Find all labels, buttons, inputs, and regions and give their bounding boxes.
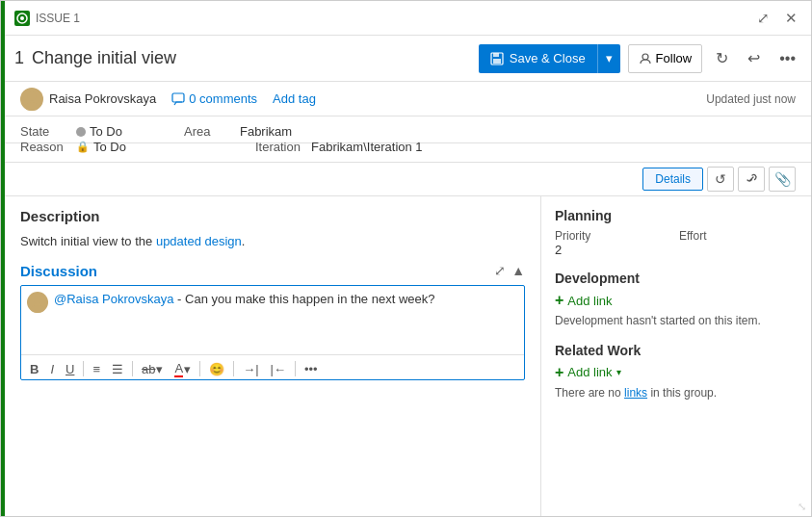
related-add-link-button[interactable]: + Add link ▾ (555, 364, 621, 381)
discussion-header: Discussion ⤢ ▲ (20, 263, 525, 279)
description-text: Switch initial view to the updated desig… (20, 232, 525, 251)
expand-button[interactable]: ⤢ (753, 8, 773, 29)
area-value[interactable]: Fabrikam (240, 124, 292, 139)
align-button[interactable]: ≡ (88, 360, 105, 378)
tab-links[interactable] (738, 167, 765, 192)
comment-area: @Raisa Pokrovskaya - Can you make this h… (20, 285, 525, 380)
save-close-button[interactable]: Save & Close ▾ (479, 44, 620, 73)
description-link[interactable]: updated design (156, 234, 242, 248)
description-section: Description Switch initial view to the u… (20, 208, 525, 251)
right-panel: Planning Priority 2 Effort (541, 196, 811, 516)
state-label: State (20, 124, 68, 139)
discussion-expand-btn[interactable]: ⤢ (494, 263, 506, 278)
comment-text[interactable]: @Raisa Pokrovskaya - Can you make this h… (54, 292, 518, 345)
close-button[interactable]: ✕ (781, 8, 801, 29)
reason-label: Reason (20, 140, 68, 154)
planning-section: Planning Priority 2 Effort (555, 208, 798, 257)
header-actions: Save & Close ▾ Follow ↻ ↩ ••• (479, 44, 801, 73)
discussion-section: Discussion ⤢ ▲ (20, 263, 525, 380)
state-value[interactable]: To Do (76, 124, 122, 139)
related-work-title: Related Work (555, 343, 798, 358)
related-work-link[interactable]: links (624, 386, 647, 400)
iteration-value[interactable]: Fabrikam\Iteration 1 (311, 140, 423, 154)
follow-icon (639, 52, 652, 65)
more-toolbar-button[interactable]: ••• (300, 360, 323, 378)
reason-value[interactable]: 🔒 To Do (76, 140, 126, 154)
related-add-link-label: Add link (567, 365, 612, 379)
related-work-note-text-1: There are no (555, 386, 624, 400)
outdent-button[interactable]: |← (266, 360, 291, 378)
toolbar-divider-4 (233, 361, 234, 376)
discussion-icons: ⤢ ▲ (494, 263, 525, 278)
save-close-main: Save & Close (479, 44, 598, 73)
dev-add-link-button[interactable]: + Add link (555, 292, 613, 309)
title-bar: ISSUE 1 ⤢ ✕ (5, 1, 811, 36)
list-button[interactable]: ☰ (107, 360, 128, 378)
strikethrough-button[interactable]: ab▾ (137, 360, 168, 378)
rich-toolbar: B I U ≡ ☰ ab▾ A▾ (21, 354, 524, 379)
add-tag-button[interactable]: Add tag (273, 91, 316, 106)
meta-bar-left: Raisa Pokrovskaya 0 comments Add tag (20, 88, 316, 111)
underline-button[interactable]: U (61, 360, 79, 378)
updated-text: Updated just now (706, 92, 796, 106)
left-panel: Description Switch initial view to the u… (5, 196, 541, 516)
reason-group: Reason 🔒 To Do (20, 140, 194, 154)
follow-button[interactable]: Follow (628, 44, 703, 73)
svg-point-6 (27, 91, 37, 101)
svg-point-1 (20, 16, 24, 20)
state-circle (76, 127, 86, 137)
comment-icon (171, 92, 185, 106)
iteration-group: Iteration Fabrikam\Iteration 1 (255, 140, 423, 154)
issue-label: ISSUE 1 (36, 12, 80, 25)
svg-point-7 (24, 102, 39, 111)
save-icon (490, 52, 504, 65)
tab-details[interactable]: Details (642, 168, 703, 191)
discussion-collapse-btn[interactable]: ▲ (511, 263, 525, 278)
priority-value[interactable]: 2 (555, 243, 673, 257)
undo-button[interactable]: ↩ (742, 44, 766, 73)
discussion-title: Discussion (20, 263, 97, 279)
avatar-name: Raisa Pokrovskaya (49, 91, 156, 106)
comment-content: @Raisa Pokrovskaya - Can you make this h… (21, 286, 524, 350)
effort-label: Effort (679, 229, 798, 243)
refresh-button[interactable]: ↻ (710, 44, 734, 73)
related-work-note: There are no links in this group. (555, 385, 798, 401)
svg-point-5 (642, 54, 648, 60)
fields-row-2: Reason 🔒 To Do Iteration Fabrikam\Iterat… (5, 140, 811, 163)
indent-button[interactable]: →| (238, 360, 263, 378)
issue-icon (14, 11, 30, 26)
italic-button[interactable]: I (45, 360, 59, 378)
title-bar-left: ISSUE 1 (14, 11, 80, 26)
bold-button[interactable]: B (25, 360, 43, 378)
priority-label: Priority (555, 229, 673, 243)
emoji-button[interactable]: 😊 (204, 360, 229, 378)
mention[interactable]: @Raisa Pokrovskaya (54, 292, 173, 306)
priority-field: Priority 2 (555, 229, 673, 257)
dev-note: Development hasn't started on this item. (555, 313, 798, 329)
comments-count: 0 comments (189, 91, 257, 106)
tabs-row: Details ↺ 📎 (5, 163, 811, 196)
dev-add-link-label: Add link (567, 294, 612, 308)
related-work-section: Related Work + Add link ▾ There are no l… (555, 343, 798, 401)
development-section: Development + Add link Development hasn'… (555, 271, 798, 329)
more-button[interactable]: ••• (773, 44, 801, 73)
avatar-group: Raisa Pokrovskaya (20, 88, 156, 111)
svg-rect-3 (493, 53, 499, 57)
resize-handle[interactable]: ⤡ (798, 501, 806, 513)
tab-attachments[interactable]: 📎 (769, 167, 796, 192)
issue-number: 1 (14, 48, 24, 68)
tab-history[interactable]: ↺ (707, 167, 734, 192)
description-title: Description (20, 208, 525, 224)
area-label: Area (184, 124, 232, 139)
save-close-chevron[interactable]: ▾ (598, 44, 620, 73)
effort-field: Effort (679, 229, 798, 257)
svg-point-10 (31, 304, 44, 313)
comment-after-mention: - Can you make this happen in the next w… (173, 292, 434, 306)
issue-title[interactable]: Change initial view (32, 48, 176, 68)
related-add-link-plus: + (555, 364, 563, 381)
comments-button[interactable]: 0 comments (171, 91, 257, 106)
toolbar-divider-2 (132, 361, 133, 376)
iteration-label: Iteration (255, 140, 303, 154)
commenter-avatar (27, 292, 48, 313)
font-color-button[interactable]: A▾ (170, 359, 196, 379)
